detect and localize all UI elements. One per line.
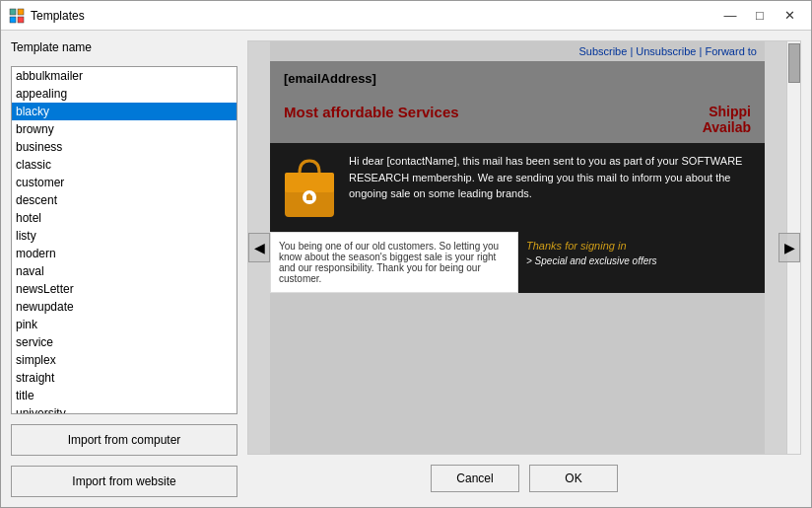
preview-main-heading: Most affordable Services [284,104,703,135]
list-item[interactable]: straight [12,369,237,387]
svg-rect-0 [10,9,16,15]
preview-body-text: Hi dear [contactName], this mail has bee… [349,153,755,222]
close-button[interactable]: ✕ [776,5,803,27]
list-item[interactable]: business [12,138,237,156]
shipping-line1: Shippi [703,104,751,119]
list-item[interactable]: simplex [12,351,237,369]
preview-next-button[interactable]: ▶ [778,233,800,262]
preview-top-bar: Subscribe | Unsubscribe | Forward to [270,41,765,61]
list-item[interactable]: naval [12,262,237,280]
cancel-button[interactable]: Cancel [431,465,519,492]
bag-icon [280,153,339,222]
title-bar: Templates — □ ✕ [1,1,811,31]
window-title: Templates [31,9,716,23]
svg-rect-2 [10,17,16,23]
list-item[interactable]: hotel [12,209,237,227]
list-item[interactable]: appealing [12,85,237,103]
preview-prev-button[interactable]: ◀ [248,233,270,262]
template-name-label: Template name [11,40,237,54]
main-content: Template name abbulkmailerappealingblack… [1,31,811,507]
preview-content: Subscribe | Unsubscribe | Forward to [em… [270,41,765,454]
shipping-line2: Availab [703,119,751,135]
subscribe-links: Subscribe | Unsubscribe | Forward to [578,45,757,57]
preview-footer-left: You being one of our old customers. So l… [270,232,518,293]
footer-right-subtext: > Special and exclusive offers [526,255,757,266]
left-panel: Template name abbulkmailerappealingblack… [11,40,237,497]
maximize-button[interactable]: □ [746,5,774,27]
preview-footer-row: You being one of our old customers. So l… [270,232,765,293]
list-item[interactable]: classic [12,156,237,174]
preview-email-header: [emailAddress] [270,61,765,96]
window: Templates — □ ✕ Template name abbulkmail… [0,0,812,508]
list-item[interactable]: descent [12,191,237,209]
svg-rect-1 [18,9,24,15]
list-item[interactable]: browny [12,120,237,138]
import-from-computer-button[interactable]: Import from computer [11,424,237,456]
preview-area: ◀ ▶ Subscribe | Unsubscribe | Forward to [247,40,801,455]
preview-email: [emailAddress] Most affordable Services … [270,61,765,293]
footer-right-heading: Thanks for signing in [526,240,757,252]
preview-shipping-text: Shippi Availab [703,104,751,135]
preview-main-row: Most affordable Services Shippi Availab [270,96,765,143]
footer-buttons: Cancel OK [247,455,801,497]
preview-body: Hi dear [contactName], this mail has bee… [270,143,765,232]
window-icon [9,8,25,24]
email-address: [emailAddress] [284,71,376,86]
template-list[interactable]: abbulkmailerappealingblackybrownybusines… [11,66,237,414]
svg-rect-5 [285,173,334,192]
preview-footer-right: Thanks for signing in > Special and excl… [518,232,765,293]
list-item[interactable]: modern [12,245,237,262]
list-item[interactable]: newupdate [12,298,237,316]
list-item[interactable]: blacky [12,103,237,120]
list-item[interactable]: pink [12,316,237,333]
list-item[interactable]: listy [12,227,237,245]
list-item[interactable]: abbulkmailer [12,67,237,85]
right-panel: ◀ ▶ Subscribe | Unsubscribe | Forward to [247,40,801,497]
list-item[interactable]: customer [12,174,237,191]
scrollbar-thumb[interactable] [788,43,800,83]
minimize-button[interactable]: — [716,5,744,27]
list-item[interactable]: newsLetter [12,280,237,298]
list-item[interactable]: title [12,387,237,404]
list-item[interactable]: service [12,333,237,351]
ok-button[interactable]: OK [529,465,618,492]
list-item[interactable]: university [12,404,237,414]
title-bar-buttons: — □ ✕ [716,5,803,27]
svg-rect-3 [18,17,24,23]
import-from-website-button[interactable]: Import from website [11,466,237,497]
